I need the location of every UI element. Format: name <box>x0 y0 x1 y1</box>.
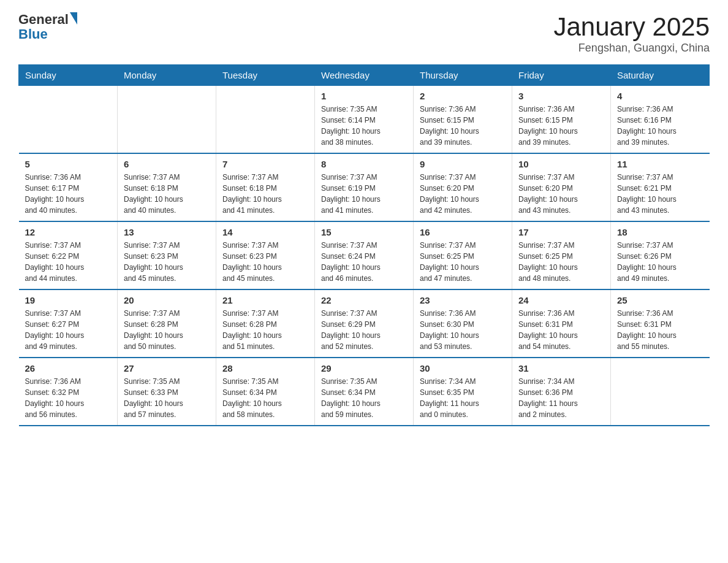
day-info: Sunrise: 7:37 AM Sunset: 6:19 PM Dayligh… <box>321 172 407 216</box>
day-number: 28 <box>222 363 308 373</box>
calendar-cell: 10Sunrise: 7:37 AM Sunset: 6:20 PM Dayli… <box>512 153 611 221</box>
calendar-cell: 13Sunrise: 7:37 AM Sunset: 6:23 PM Dayli… <box>118 221 216 289</box>
calendar-cell: 14Sunrise: 7:37 AM Sunset: 6:23 PM Dayli… <box>216 221 315 289</box>
day-info: Sunrise: 7:37 AM Sunset: 6:23 PM Dayligh… <box>124 240 210 284</box>
day-number: 2 <box>420 91 506 101</box>
calendar-cell <box>216 86 315 154</box>
day-number: 16 <box>420 227 506 237</box>
calendar-cell: 23Sunrise: 7:36 AM Sunset: 6:30 PM Dayli… <box>414 289 512 358</box>
day-info: Sunrise: 7:37 AM Sunset: 6:22 PM Dayligh… <box>25 240 112 284</box>
calendar-cell: 27Sunrise: 7:35 AM Sunset: 6:33 PM Dayli… <box>118 358 216 426</box>
day-number: 13 <box>124 227 210 237</box>
calendar-cell: 11Sunrise: 7:37 AM Sunset: 6:21 PM Dayli… <box>611 153 710 221</box>
day-info: Sunrise: 7:37 AM Sunset: 6:28 PM Dayligh… <box>124 308 210 352</box>
calendar-cell: 3Sunrise: 7:36 AM Sunset: 6:15 PM Daylig… <box>512 86 611 154</box>
calendar-week-row: 5Sunrise: 7:36 AM Sunset: 6:17 PM Daylig… <box>19 153 710 221</box>
day-info: Sunrise: 7:37 AM Sunset: 6:25 PM Dayligh… <box>420 240 506 284</box>
day-info: Sunrise: 7:37 AM Sunset: 6:24 PM Dayligh… <box>321 240 407 284</box>
calendar-cell: 24Sunrise: 7:36 AM Sunset: 6:31 PM Dayli… <box>512 289 611 358</box>
calendar-cell: 16Sunrise: 7:37 AM Sunset: 6:25 PM Dayli… <box>414 221 512 289</box>
day-number: 1 <box>321 91 407 101</box>
day-info: Sunrise: 7:37 AM Sunset: 6:28 PM Dayligh… <box>222 308 308 352</box>
day-number: 4 <box>617 91 703 101</box>
logo-triangle-icon <box>70 12 77 25</box>
day-info: Sunrise: 7:37 AM Sunset: 6:29 PM Dayligh… <box>321 308 407 352</box>
day-number: 7 <box>222 159 308 169</box>
day-info: Sunrise: 7:35 AM Sunset: 6:34 PM Dayligh… <box>222 376 308 420</box>
calendar-cell: 26Sunrise: 7:36 AM Sunset: 6:32 PM Dayli… <box>19 358 118 426</box>
calendar-cell: 20Sunrise: 7:37 AM Sunset: 6:28 PM Dayli… <box>118 289 216 358</box>
day-number: 12 <box>25 227 112 237</box>
day-info: Sunrise: 7:34 AM Sunset: 6:36 PM Dayligh… <box>518 376 604 420</box>
day-number: 5 <box>25 159 112 169</box>
day-number: 22 <box>321 295 407 305</box>
calendar-week-row: 1Sunrise: 7:35 AM Sunset: 6:14 PM Daylig… <box>19 86 710 154</box>
calendar-cell <box>118 86 216 154</box>
day-info: Sunrise: 7:36 AM Sunset: 6:17 PM Dayligh… <box>25 172 112 216</box>
day-info: Sunrise: 7:37 AM Sunset: 6:18 PM Dayligh… <box>222 172 308 216</box>
logo: General Blue <box>18 12 77 42</box>
day-info: Sunrise: 7:35 AM Sunset: 6:34 PM Dayligh… <box>321 376 407 420</box>
logo-general: General <box>18 12 69 27</box>
day-number: 31 <box>518 363 604 373</box>
calendar-cell: 15Sunrise: 7:37 AM Sunset: 6:24 PM Dayli… <box>315 221 414 289</box>
logo-blue: Blue <box>18 26 48 42</box>
calendar-week-row: 26Sunrise: 7:36 AM Sunset: 6:32 PM Dayli… <box>19 358 710 426</box>
day-number: 23 <box>420 295 506 305</box>
day-info: Sunrise: 7:37 AM Sunset: 6:20 PM Dayligh… <box>420 172 506 216</box>
page-header: General Blue January 2025 Fengshan, Guan… <box>18 12 710 55</box>
header-saturday: Saturday <box>611 65 710 86</box>
day-number: 14 <box>222 227 308 237</box>
header-tuesday: Tuesday <box>216 65 315 86</box>
calendar-cell: 28Sunrise: 7:35 AM Sunset: 6:34 PM Dayli… <box>216 358 315 426</box>
calendar-cell: 19Sunrise: 7:37 AM Sunset: 6:27 PM Dayli… <box>19 289 118 358</box>
day-info: Sunrise: 7:34 AM Sunset: 6:35 PM Dayligh… <box>420 376 506 420</box>
day-number: 10 <box>518 159 604 169</box>
day-number: 11 <box>617 159 703 169</box>
day-info: Sunrise: 7:36 AM Sunset: 6:31 PM Dayligh… <box>617 308 703 352</box>
calendar-week-row: 12Sunrise: 7:37 AM Sunset: 6:22 PM Dayli… <box>19 221 710 289</box>
calendar-cell: 5Sunrise: 7:36 AM Sunset: 6:17 PM Daylig… <box>19 153 118 221</box>
calendar-cell: 17Sunrise: 7:37 AM Sunset: 6:25 PM Dayli… <box>512 221 611 289</box>
day-info: Sunrise: 7:37 AM Sunset: 6:18 PM Dayligh… <box>124 172 210 216</box>
header-sunday: Sunday <box>19 65 118 86</box>
calendar-cell <box>19 86 118 154</box>
calendar-cell: 22Sunrise: 7:37 AM Sunset: 6:29 PM Dayli… <box>315 289 414 358</box>
calendar-cell: 18Sunrise: 7:37 AM Sunset: 6:26 PM Dayli… <box>611 221 710 289</box>
location: Fengshan, Guangxi, China <box>553 42 710 55</box>
day-number: 24 <box>518 295 604 305</box>
header-thursday: Thursday <box>414 65 512 86</box>
calendar-cell: 29Sunrise: 7:35 AM Sunset: 6:34 PM Dayli… <box>315 358 414 426</box>
day-info: Sunrise: 7:35 AM Sunset: 6:14 PM Dayligh… <box>321 104 407 148</box>
day-info: Sunrise: 7:37 AM Sunset: 6:20 PM Dayligh… <box>518 172 604 216</box>
title-block: January 2025 Fengshan, Guangxi, China <box>553 12 710 55</box>
calendar-cell: 1Sunrise: 7:35 AM Sunset: 6:14 PM Daylig… <box>315 86 414 154</box>
day-number: 20 <box>124 295 210 305</box>
day-info: Sunrise: 7:36 AM Sunset: 6:31 PM Dayligh… <box>518 308 604 352</box>
day-info: Sunrise: 7:36 AM Sunset: 6:16 PM Dayligh… <box>617 104 703 148</box>
day-number: 27 <box>124 363 210 373</box>
day-number: 29 <box>321 363 407 373</box>
day-info: Sunrise: 7:36 AM Sunset: 6:15 PM Dayligh… <box>420 104 506 148</box>
month-title: January 2025 <box>553 12 710 42</box>
day-number: 18 <box>617 227 703 237</box>
day-number: 3 <box>518 91 604 101</box>
calendar-cell: 4Sunrise: 7:36 AM Sunset: 6:16 PM Daylig… <box>611 86 710 154</box>
header-wednesday: Wednesday <box>315 65 414 86</box>
day-number: 15 <box>321 227 407 237</box>
calendar-cell: 21Sunrise: 7:37 AM Sunset: 6:28 PM Dayli… <box>216 289 315 358</box>
header-monday: Monday <box>118 65 216 86</box>
day-number: 9 <box>420 159 506 169</box>
day-info: Sunrise: 7:36 AM Sunset: 6:15 PM Dayligh… <box>518 104 604 148</box>
day-number: 25 <box>617 295 703 305</box>
day-info: Sunrise: 7:37 AM Sunset: 6:23 PM Dayligh… <box>222 240 308 284</box>
calendar-cell: 8Sunrise: 7:37 AM Sunset: 6:19 PM Daylig… <box>315 153 414 221</box>
day-number: 21 <box>222 295 308 305</box>
day-info: Sunrise: 7:36 AM Sunset: 6:32 PM Dayligh… <box>25 376 112 420</box>
day-info: Sunrise: 7:37 AM Sunset: 6:25 PM Dayligh… <box>518 240 604 284</box>
day-number: 30 <box>420 363 506 373</box>
calendar-table: SundayMondayTuesdayWednesdayThursdayFrid… <box>18 64 710 426</box>
calendar-cell: 9Sunrise: 7:37 AM Sunset: 6:20 PM Daylig… <box>414 153 512 221</box>
day-info: Sunrise: 7:36 AM Sunset: 6:30 PM Dayligh… <box>420 308 506 352</box>
calendar-cell: 7Sunrise: 7:37 AM Sunset: 6:18 PM Daylig… <box>216 153 315 221</box>
